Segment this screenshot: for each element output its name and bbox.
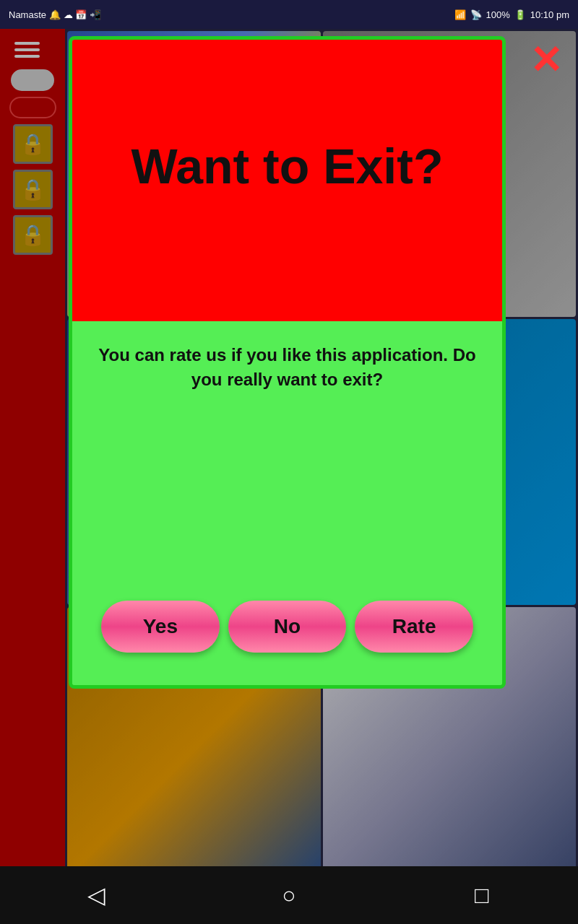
- close-icon: ✕: [530, 40, 562, 79]
- time-label: 10:10 pm: [530, 9, 569, 20]
- dialog-message: You can rate us if you like this applica…: [90, 343, 484, 391]
- home-button[interactable]: ○: [267, 873, 311, 917]
- battery-label: 100%: [486, 9, 510, 20]
- wifi-icon: 📶: [454, 9, 466, 20]
- dialog-body: You can rate us if you like this applica…: [72, 321, 502, 685]
- status-bar: Namaste 🔔 ☁ 📅 📲 📶 📡 100% 🔋 10:10 pm: [0, 0, 578, 29]
- signal-icon: 📡: [470, 9, 482, 20]
- recent-icon: □: [475, 882, 488, 909]
- exit-dialog: Want to Exit? You can rate us if you lik…: [69, 36, 506, 689]
- status-right: 📶 📡 100% 🔋 10:10 pm: [454, 9, 569, 20]
- dialog-buttons: Yes No Rate: [90, 593, 484, 671]
- dialog-header: Want to Exit?: [72, 40, 502, 321]
- rate-button[interactable]: Rate: [355, 601, 473, 653]
- back-icon: ◁: [87, 881, 105, 909]
- bottom-nav: ◁ ○ □: [0, 866, 578, 924]
- home-icon: ○: [282, 882, 296, 909]
- no-button[interactable]: No: [228, 601, 347, 653]
- yes-button[interactable]: Yes: [101, 601, 220, 653]
- back-button[interactable]: ◁: [74, 873, 118, 917]
- close-button[interactable]: ✕: [520, 35, 571, 85]
- recent-button[interactable]: □: [460, 873, 504, 917]
- dialog-title: Want to Exit?: [131, 139, 444, 193]
- status-left: Namaste 🔔 ☁ 📅 📲: [9, 9, 101, 20]
- app-name: Namaste: [9, 9, 46, 20]
- status-icons: 🔔 ☁ 📅 📲: [49, 9, 101, 20]
- battery-icon: 🔋: [514, 9, 526, 20]
